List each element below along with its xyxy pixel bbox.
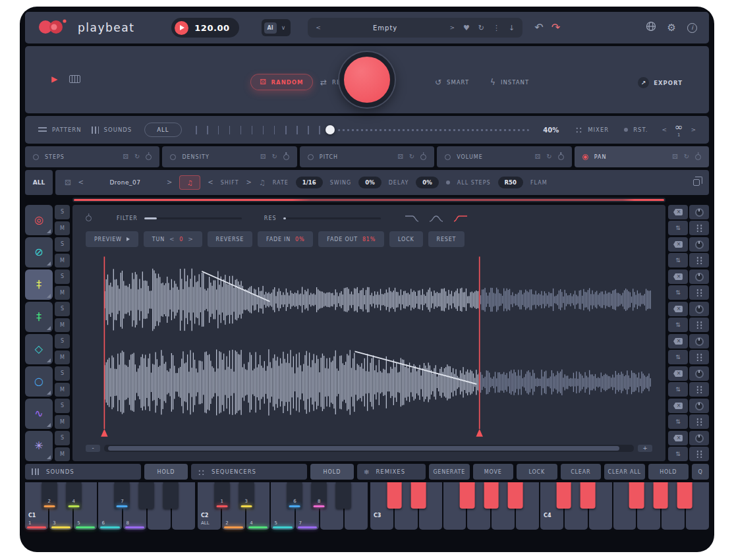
sequencers-section-label[interactable]: SEQUENCERS: [191, 464, 307, 480]
tune-control[interactable]: TUN < 0 >: [144, 231, 202, 247]
power-icon[interactable]: [695, 154, 701, 160]
piano-black-key[interactable]: 8: [312, 482, 327, 509]
channel-output-mute-button[interactable]: [668, 302, 688, 316]
sequencers-hold-button[interactable]: HOLD: [310, 464, 354, 480]
clear-button[interactable]: CLEAR: [561, 464, 602, 480]
dice-icon[interactable]: ⚄: [397, 154, 403, 160]
preview-button[interactable]: PREVIEW: [86, 231, 138, 247]
favorite-icon[interactable]: ♥: [463, 24, 470, 32]
lane-all-label[interactable]: ALL: [25, 170, 53, 195]
power-icon[interactable]: [420, 154, 426, 160]
power-icon[interactable]: [146, 154, 152, 160]
piano-black-key[interactable]: [484, 482, 499, 509]
param-tab[interactable]: VOLUME ⚄ ↻: [437, 146, 571, 167]
dice-icon[interactable]: ⚄: [65, 179, 71, 186]
channel-swap-button[interactable]: ⇅: [668, 447, 688, 461]
pattern-prev-button[interactable]: <: [662, 127, 667, 133]
highpass-filter-icon[interactable]: [453, 214, 468, 223]
channel-drag-handle[interactable]: [689, 285, 709, 300]
channel-drag-handle[interactable]: [689, 318, 709, 332]
fade-in-control[interactable]: FADE IN 0%: [258, 231, 313, 247]
random-mode-button[interactable]: ⚄ RANDOM: [250, 74, 313, 90]
channel-pan-knob[interactable]: [689, 205, 709, 219]
info-icon[interactable]: i: [687, 23, 697, 33]
swing-value[interactable]: 0%: [358, 177, 381, 188]
globe-icon[interactable]: [646, 21, 656, 34]
channel-solo-button[interactable]: S: [55, 334, 70, 349]
loop-position-bar[interactable]: [72, 198, 665, 202]
scroll-thumb[interactable]: [108, 446, 619, 451]
lock-remix-button[interactable]: LOCK: [517, 464, 557, 480]
param-tab[interactable]: PITCH ⚄ ↻: [300, 146, 434, 167]
channel-pan-knob[interactable]: [689, 431, 709, 445]
piano-black-key[interactable]: [387, 482, 402, 509]
randomize-big-button[interactable]: [339, 52, 395, 107]
piano-black-key[interactable]: 1: [214, 482, 229, 509]
channel-mute-button[interactable]: M: [55, 383, 70, 397]
channel-output-mute-button[interactable]: [668, 431, 688, 445]
channel-swap-button[interactable]: ⇅: [668, 221, 688, 235]
piano-black-key[interactable]: 3: [239, 482, 254, 509]
ai-dropdown[interactable]: AI ∨: [262, 19, 291, 36]
channel-mute-button[interactable]: M: [55, 221, 70, 236]
loop-icon[interactable]: ↻: [134, 154, 140, 160]
param-tab[interactable]: PAN ⚄ ↻: [575, 146, 709, 167]
channel-output-mute-button[interactable]: [668, 205, 688, 219]
mixer-button[interactable]: MIXER: [575, 126, 609, 134]
channel-solo-button[interactable]: S: [55, 431, 70, 445]
channel-pad[interactable]: ∿: [25, 399, 53, 429]
channel-drag-handle[interactable]: [689, 253, 709, 267]
metronome-play-icon[interactable]: [175, 21, 188, 35]
piano-black-key[interactable]: [459, 482, 474, 509]
channel-drag-handle[interactable]: [689, 414, 709, 429]
channel-pan-knob[interactable]: [689, 334, 709, 349]
channel-pan-knob[interactable]: [689, 366, 709, 381]
res-slider[interactable]: [283, 217, 381, 219]
copy-icon[interactable]: [693, 179, 700, 186]
channel-pad[interactable]: ‡: [25, 269, 53, 300]
piano-black-key[interactable]: [580, 482, 596, 509]
piano-black-key[interactable]: [677, 482, 692, 509]
piano-black-key[interactable]: 7: [115, 482, 130, 509]
all-lanes-button[interactable]: ALL: [144, 123, 181, 137]
piano-black-key[interactable]: 4: [66, 482, 81, 509]
loop-icon[interactable]: ↻: [271, 154, 277, 160]
channel-pad[interactable]: ✳: [25, 431, 53, 461]
more-options-icon[interactable]: ⋮: [493, 24, 500, 32]
channel-swap-button[interactable]: ⇅: [668, 285, 688, 300]
remixes-section-label[interactable]: ❄ REMIXES: [357, 464, 426, 480]
move-button[interactable]: MOVE: [473, 464, 514, 480]
sounds-section-label[interactable]: SOUNDS: [25, 464, 141, 480]
zoom-in-button[interactable]: +: [638, 445, 652, 452]
zoom-out-button[interactable]: -: [86, 445, 100, 452]
tab-sounds[interactable]: SOUNDS: [92, 126, 132, 134]
pattern-next-button[interactable]: >: [691, 127, 696, 133]
channel-pan-knob[interactable]: [689, 237, 709, 252]
dice-icon[interactable]: ⚄: [260, 154, 266, 160]
channel-solo-button[interactable]: S: [55, 269, 70, 284]
sample-next-button[interactable]: >: [167, 179, 172, 186]
tune-down-button[interactable]: <: [169, 237, 175, 242]
waveform-display[interactable]: [86, 255, 652, 437]
channel-solo-button[interactable]: S: [55, 302, 70, 316]
global-amount-slider[interactable]: [196, 125, 530, 134]
reset-button[interactable]: RESET: [428, 231, 465, 247]
channel-mute-button[interactable]: M: [55, 286, 70, 300]
slider-handle[interactable]: [325, 125, 335, 134]
channel-drag-handle[interactable]: [689, 221, 709, 235]
clear-all-button[interactable]: CLEAR ALL: [604, 464, 645, 480]
flam-label[interactable]: FLAM: [530, 180, 548, 186]
reload-preset-icon[interactable]: ↻: [478, 24, 484, 32]
channel-swap-button[interactable]: ⇅: [668, 253, 688, 267]
power-icon[interactable]: [558, 154, 564, 160]
power-icon[interactable]: [283, 154, 289, 160]
loop-icon[interactable]: ↻: [684, 154, 689, 160]
export-button[interactable]: ↗ EXPORT: [638, 77, 683, 88]
dice-icon[interactable]: ⚄: [535, 154, 541, 160]
channel-solo-button[interactable]: S: [55, 366, 70, 381]
piano-black-key[interactable]: 2: [42, 482, 57, 509]
channel-mute-button[interactable]: M: [55, 254, 70, 268]
redo-icon[interactable]: ↷: [551, 22, 560, 33]
gear-icon[interactable]: ⚙: [667, 23, 676, 33]
instant-mode-button[interactable]: ϟ INSTANT: [490, 78, 529, 86]
